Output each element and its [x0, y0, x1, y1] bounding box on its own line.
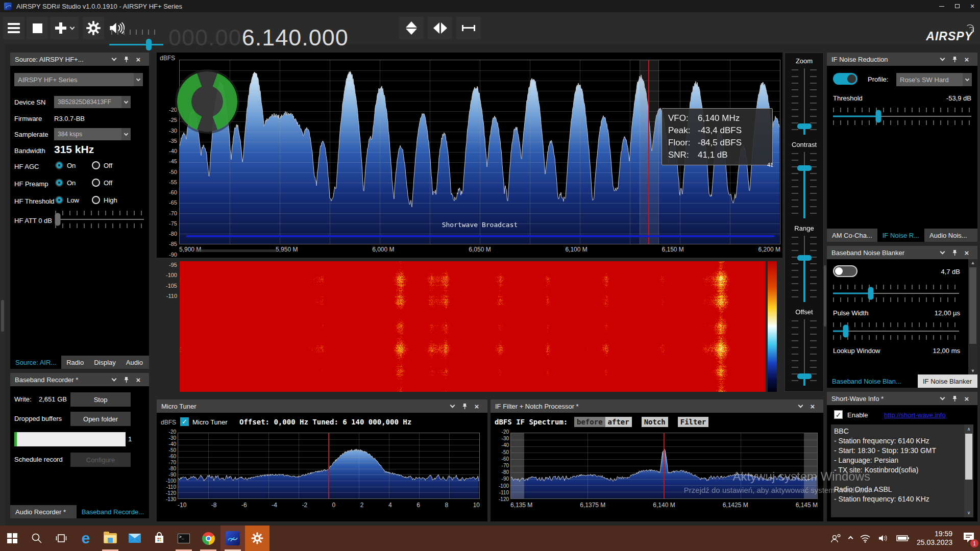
close-panel-button[interactable]: ×	[132, 373, 144, 386]
settings-taskbar-button[interactable]	[245, 525, 270, 551]
scroll-up-arrow[interactable]: ∧	[964, 425, 973, 433]
after-button[interactable]: after	[605, 417, 632, 427]
pin-button[interactable]	[948, 246, 961, 259]
close-button[interactable]: ×	[965, 0, 980, 12]
open-folder-button[interactable]: Open folder	[70, 412, 131, 426]
pulse-width-slider-thumb[interactable]	[843, 325, 848, 338]
task-view-button[interactable]	[49, 525, 74, 551]
if-filter-header[interactable]: IF Filter + Notch Processor * ×	[491, 399, 823, 413]
device-select[interactable]: AIRSPY HF+ Series	[14, 73, 143, 86]
zoom-slider[interactable]	[789, 68, 820, 135]
menu-button[interactable]	[3, 17, 24, 39]
minimize-button[interactable]	[934, 0, 949, 12]
close-panel-button[interactable]: ×	[132, 53, 144, 66]
pin-button[interactable]	[458, 399, 471, 413]
short-wave-info-link[interactable]: http://short-wave.info	[884, 411, 946, 419]
close-panel-button[interactable]: ×	[961, 392, 973, 405]
tab-source[interactable]: Source: AIR...	[10, 356, 61, 369]
tab-radio[interactable]: Radio	[61, 356, 89, 369]
range-slider-thumb[interactable]	[797, 255, 812, 261]
tab-baseband-noise-blanker[interactable]: Baseband Noise Blan...	[827, 374, 918, 388]
tab-audio-recorder[interactable]: Audio Recorder *	[10, 505, 77, 518]
collapse-button[interactable]	[936, 246, 948, 259]
sdr-sharp-taskbar-button[interactable]	[220, 525, 245, 551]
nb-scrollbar[interactable]: ▲ ▼	[968, 259, 977, 374]
horizontal-splitter[interactable]	[195, 249, 277, 252]
collapse-button[interactable]	[936, 392, 948, 405]
search-button[interactable]	[24, 525, 49, 551]
pin-button[interactable]	[948, 53, 961, 66]
stop-recording-button[interactable]: Stop	[70, 392, 131, 407]
taskbar-clock[interactable]: 19:59 25.03.2023	[917, 530, 952, 547]
micro-tuner-checkbox[interactable]: ✓	[180, 417, 189, 426]
people-icon[interactable]	[830, 533, 842, 543]
wifi-icon[interactable]	[860, 534, 871, 543]
scrollbar-thumb[interactable]	[965, 434, 972, 480]
tab-if-noise-reduction[interactable]: IF Noise R...	[877, 229, 924, 242]
close-panel-button[interactable]: ×	[806, 399, 819, 413]
before-button[interactable]: before	[574, 417, 605, 427]
micro-tuner-header[interactable]: Micro Tuner ×	[157, 399, 487, 413]
start-button[interactable]	[0, 525, 24, 551]
settings-button[interactable]	[83, 17, 104, 39]
profile-select[interactable]: Rose's SW Hard	[896, 73, 972, 86]
hf-preamp-on-radio[interactable]: On	[55, 179, 76, 187]
collapse-button[interactable]	[794, 399, 806, 413]
tray-expand-chevron[interactable]	[848, 536, 853, 541]
collapse-button[interactable]	[936, 53, 948, 66]
close-panel-button[interactable]: ×	[961, 53, 973, 66]
close-panel-button[interactable]: ×	[471, 399, 483, 413]
tab-display[interactable]: Display	[89, 356, 121, 369]
threshold-slider-thumb[interactable]	[876, 110, 881, 123]
range-slider[interactable]	[789, 236, 820, 302]
tab-am-cochannel[interactable]: AM Co-Cha...	[827, 229, 877, 242]
tab-audio-noise-reduction[interactable]: Audio Nois...	[924, 229, 972, 242]
device-sn-select[interactable]: 3B52825D83413FF	[54, 96, 131, 108]
swinfo-scrollbar[interactable]: ∧ ∨	[964, 424, 973, 517]
scroll-up-arrow[interactable]: ▲	[968, 259, 977, 266]
tab-audio[interactable]: Audio	[121, 356, 148, 369]
close-panel-button[interactable]: ×	[961, 246, 973, 259]
notification-button[interactable]: 1	[963, 532, 975, 545]
filter-button[interactable]: Filter	[678, 417, 709, 427]
hf-att-slider-thumb[interactable]	[55, 213, 61, 226]
nb-level-slider[interactable]	[833, 285, 959, 302]
nb-header[interactable]: Baseband Noise Blanker ×	[827, 246, 977, 259]
pulse-width-slider[interactable]	[833, 322, 959, 340]
hf-threshold-low-radio[interactable]: Low	[55, 196, 79, 204]
hf-agc-on-radio[interactable]: On	[55, 161, 76, 169]
collapse-button[interactable]	[446, 399, 458, 413]
hf-threshold-high-radio[interactable]: High	[92, 196, 117, 204]
stop-button[interactable]	[27, 17, 48, 39]
edge-button[interactable]: e	[74, 525, 98, 551]
hf-agc-off-radio[interactable]: Off	[92, 161, 112, 169]
zoom-slider-thumb[interactable]	[797, 123, 812, 129]
command-prompt-button[interactable]: >_	[172, 525, 196, 551]
frequency-shift-button[interactable]	[428, 17, 452, 39]
hf-att-slider[interactable]	[55, 211, 144, 228]
tab-if-noise-blanker[interactable]: IF Noise Blanker	[918, 374, 977, 388]
pin-button[interactable]	[120, 53, 132, 66]
frequency-step-button[interactable]	[399, 17, 424, 39]
station-info-textbox[interactable]: BBC - Station frequency: 6140 KHz - Star…	[831, 424, 973, 517]
scroll-down-arrow[interactable]: ▼	[968, 367, 977, 374]
file-explorer-button[interactable]	[98, 525, 122, 551]
scrollbar-thumb[interactable]	[969, 267, 976, 344]
offset-slider[interactable]	[789, 319, 820, 386]
samplerate-select[interactable]: 384 ksps	[54, 128, 131, 140]
nb-enable-toggle[interactable]	[833, 265, 857, 277]
left-edge-scrollbar[interactable]	[0, 44, 5, 525]
span-button[interactable]	[456, 17, 481, 39]
volume-slider-thumb[interactable]	[146, 39, 152, 51]
collapse-button[interactable]	[108, 373, 120, 386]
battery-icon[interactable]	[896, 535, 910, 542]
nb-level-slider-thumb[interactable]	[868, 287, 874, 300]
tab-baseband-recorder[interactable]: Baseband Recorde...	[77, 505, 149, 518]
pin-button[interactable]	[120, 373, 132, 386]
collapse-button[interactable]	[108, 53, 120, 66]
vfo-tuning-line[interactable]	[648, 60, 649, 244]
configure-button[interactable]: Configure	[70, 453, 131, 467]
add-panel-button[interactable]	[50, 17, 79, 39]
volume-tray-icon[interactable]	[878, 534, 889, 543]
volume-slider[interactable]	[109, 44, 163, 45]
